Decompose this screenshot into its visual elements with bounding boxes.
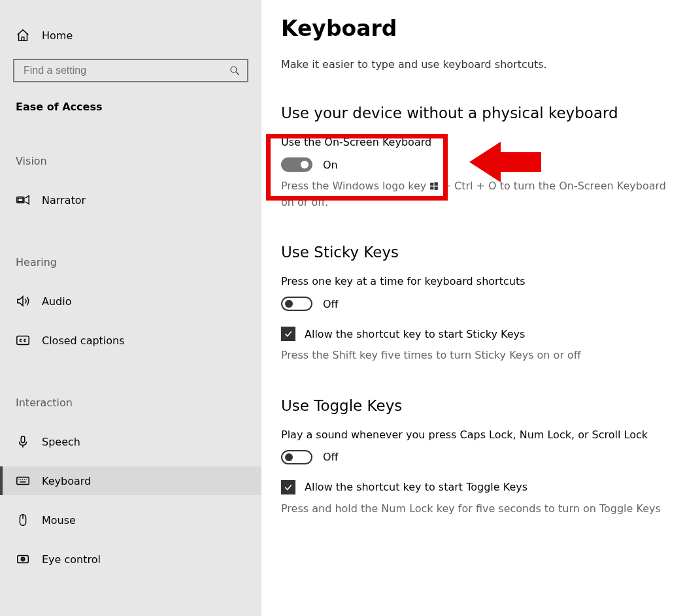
search-icon	[229, 65, 241, 76]
svg-rect-21	[431, 187, 434, 190]
sidebar: Home Ease of Access Vision Narrator Hear…	[0, 0, 261, 616]
page-title: Keyboard	[281, 16, 668, 41]
page-description: Make it easier to type and use keyboard …	[281, 58, 668, 71]
osk-help: Press the Windows logo key + Ctrl + O to…	[281, 178, 668, 210]
svg-rect-19	[431, 183, 434, 186]
svg-rect-7	[17, 478, 29, 485]
mouse-icon	[16, 513, 30, 527]
sidebar-item-label: Mouse	[42, 514, 76, 527]
search-box[interactable]	[13, 59, 248, 82]
svg-rect-22	[435, 187, 438, 190]
sidebar-item-narrator[interactable]: Narrator	[0, 186, 261, 214]
sticky-help: Press the Shift key five times to turn S…	[281, 348, 668, 363]
group-vision-label: Vision	[0, 155, 261, 167]
togglekeys-toggle[interactable]	[281, 450, 312, 464]
cc-icon	[16, 333, 30, 348]
mic-icon	[16, 434, 30, 449]
sidebar-item-speech[interactable]: Speech	[0, 427, 261, 456]
search-input[interactable]	[22, 64, 229, 77]
sidebar-item-keyboard[interactable]: Keyboard	[0, 466, 261, 495]
svg-rect-20	[435, 182, 438, 186]
sidebar-item-eye-control[interactable]: Eye control	[0, 545, 261, 574]
togglekeys-toggle-state: Off	[323, 451, 339, 463]
sidebar-item-label: Eye control	[42, 553, 101, 566]
svg-rect-3	[18, 198, 23, 202]
narrator-icon	[16, 193, 30, 207]
svg-point-18	[22, 559, 24, 560]
eye-icon	[16, 552, 30, 566]
sidebar-item-mouse[interactable]: Mouse	[0, 506, 261, 534]
osk-toggle-state: On	[323, 159, 338, 171]
sidebar-item-label: Narrator	[42, 194, 86, 206]
sticky-checkbox-label: Allow the shortcut key to start Sticky K…	[305, 328, 525, 340]
togglekeys-shortcut-checkbox[interactable]	[281, 480, 295, 494]
home-link[interactable]: Home	[0, 21, 261, 50]
osk-section-title: Use your device without a physical keybo…	[281, 105, 668, 122]
sticky-section-title: Use Sticky Keys	[281, 244, 668, 261]
toggle-section-title: Use Toggle Keys	[281, 397, 668, 414]
main-panel: Keyboard Make it easier to type and use …	[261, 0, 685, 616]
category-title: Ease of Access	[0, 97, 261, 113]
osk-toggle[interactable]	[281, 157, 312, 172]
sidebar-item-label: Keyboard	[42, 475, 91, 487]
togglekeys-help: Press and hold the Num Lock key for five…	[281, 501, 668, 516]
svg-line-1	[236, 72, 239, 75]
group-hearing-label: Hearing	[0, 256, 261, 268]
sticky-label: Press one key at a time for keyboard sho…	[281, 275, 668, 287]
windows-logo-icon	[429, 180, 439, 195]
sticky-toggle-state: Off	[323, 298, 339, 310]
svg-rect-5	[21, 436, 25, 443]
group-interaction-label: Interaction	[0, 397, 261, 409]
osk-label: Use the On-Screen Keyboard	[281, 136, 668, 148]
sidebar-item-label: Speech	[42, 436, 80, 448]
sidebar-item-label: Closed captions	[42, 334, 125, 347]
sidebar-item-closed-captions[interactable]: Closed captions	[0, 326, 261, 355]
sticky-shortcut-checkbox[interactable]	[281, 327, 295, 341]
togglekeys-checkbox-label: Allow the shortcut key to start Toggle K…	[305, 481, 527, 493]
home-icon	[16, 28, 30, 42]
audio-icon	[16, 294, 30, 308]
sticky-toggle[interactable]	[281, 297, 312, 311]
sidebar-item-label: Audio	[42, 295, 71, 308]
sidebar-item-audio[interactable]: Audio	[0, 287, 261, 316]
home-label: Home	[42, 29, 73, 42]
keyboard-icon	[16, 474, 30, 488]
svg-rect-4	[17, 336, 29, 345]
svg-point-0	[231, 67, 237, 73]
toggle-label: Play a sound whenever you press Caps Loc…	[281, 429, 668, 441]
